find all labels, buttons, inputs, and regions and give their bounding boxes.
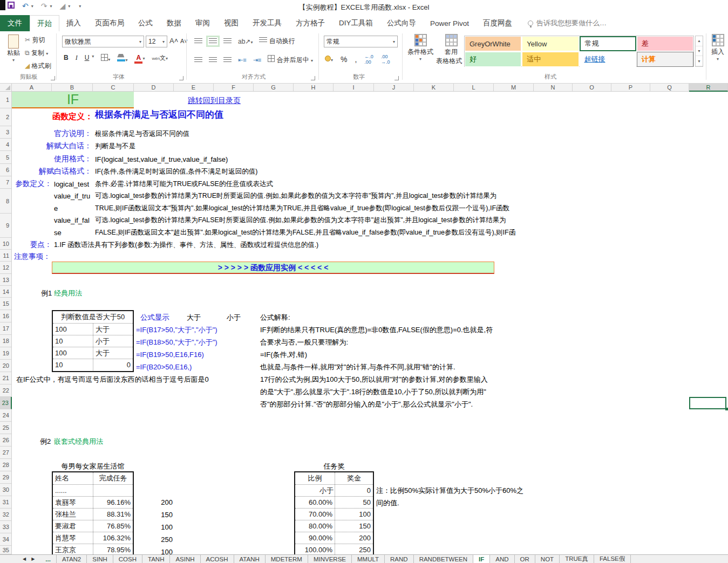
column-header-C[interactable]: C <box>93 84 134 92</box>
row-header-26[interactable]: 26 <box>0 434 12 447</box>
underline-dropdown-icon[interactable]: ▾ <box>92 54 94 59</box>
row-header-32[interactable]: 32 <box>0 509 12 521</box>
sheet-tab-atan2[interactable]: ATAN2 <box>57 555 87 563</box>
sheet-tab-if[interactable]: IF <box>473 555 490 563</box>
column-header-R[interactable]: R <box>689 84 728 92</box>
sheet-tab-false假[interactable]: FALSE假 <box>594 555 631 563</box>
row-header-12[interactable]: 12 <box>0 262 12 274</box>
format-as-table-button[interactable]: 套用 表格格式 ▾ <box>436 34 466 66</box>
wrap-text-button[interactable]: 自动换行 <box>259 37 295 46</box>
select-all-corner[interactable] <box>0 84 12 92</box>
column-header-J[interactable]: J <box>374 84 414 92</box>
align-middle-button[interactable] <box>209 38 217 44</box>
conditional-formatting-button[interactable]: 条件格式 ▾ <box>406 34 435 61</box>
paste-button[interactable]: 粘贴 ▾ <box>4 35 23 63</box>
row-header-8[interactable]: 8 <box>0 189 12 214</box>
column-header-B[interactable]: B <box>52 84 93 92</box>
row-header-34[interactable]: 34 <box>0 533 12 546</box>
sheet-tab-tanh[interactable]: TANH <box>142 555 170 563</box>
row-header-17[interactable]: 17 <box>0 322 12 335</box>
column-header-O[interactable]: O <box>573 84 611 92</box>
tab-insert[interactable]: 插入 <box>59 15 88 31</box>
column-header-H[interactable]: H <box>294 84 334 92</box>
format-painter-button[interactable]: ◢ 格式刷 <box>25 61 51 71</box>
row-header-30[interactable]: 30 <box>0 484 12 496</box>
row-header-23[interactable]: 23 <box>0 397 12 409</box>
style-good[interactable]: 好 <box>465 52 521 67</box>
tab-page-layout[interactable]: 页面布局 <box>88 15 131 31</box>
cut-button[interactable]: ✂ 剪切 <box>25 36 51 45</box>
row-header-7[interactable]: 7 <box>0 176 12 189</box>
row-header-3[interactable]: 3 <box>0 126 12 139</box>
cell-a1-function-name[interactable]: IF <box>12 92 134 108</box>
row-header-16[interactable]: 16 <box>0 310 12 322</box>
column-header-K[interactable]: K <box>414 84 454 92</box>
sheet-tab-sinh[interactable]: SINH <box>87 555 113 563</box>
sheet-tab-rand[interactable]: RAND <box>385 555 414 563</box>
column-header-D[interactable]: D <box>134 84 174 92</box>
copy-button[interactable]: ⧉ 复制 ▾ <box>25 49 51 58</box>
fill-handle[interactable] <box>725 408 728 410</box>
row-header-2[interactable]: 2 <box>0 108 12 126</box>
tell-me-box[interactable]: 告诉我您想要做什么… <box>519 15 607 31</box>
tab-home[interactable]: 开始 <box>30 15 59 31</box>
style-bad[interactable]: 差 <box>637 36 693 51</box>
tab-formula-wizard[interactable]: 公式向导 <box>380 15 423 31</box>
column-header-M[interactable]: M <box>494 84 534 92</box>
merge-center-button[interactable]: 合并后居中 ▾ <box>268 55 313 65</box>
bonus-cell[interactable]: 250 <box>135 534 173 545</box>
row-header-33[interactable]: 33 <box>0 521 12 533</box>
align-right-button[interactable] <box>223 57 232 63</box>
gallery-more-icon[interactable]: ▼ <box>696 56 703 66</box>
formula-cell[interactable]: =IF(B20>50,E16,) <box>136 362 192 372</box>
style-greyorwhite[interactable]: GreyOrWhite <box>465 36 521 51</box>
sheet-tab-randbetween[interactable]: RANDBETWEEN <box>414 555 473 563</box>
col-header-greater[interactable]: 大于 <box>174 312 214 322</box>
tab-formulas[interactable]: 公式 <box>131 15 160 31</box>
sheet-tab-mmult[interactable]: MMULT <box>352 555 385 563</box>
sheet-nav-left-icon[interactable]: ◀ <box>23 557 26 561</box>
row-header-13[interactable]: 13 <box>0 274 12 286</box>
fill-color-button[interactable]: ▾ <box>117 54 127 63</box>
phonetic-guide-button[interactable]: wén文▾ <box>152 54 168 62</box>
bold-button[interactable]: B <box>64 54 69 61</box>
clipboard-dialog-launcher[interactable] <box>51 76 55 80</box>
sheet-tab-...[interactable]: ... <box>40 555 57 563</box>
row-header-28[interactable]: 28 <box>0 459 12 471</box>
gallery-scroll-up-icon[interactable]: ▲ <box>696 36 703 46</box>
formula-cell[interactable]: =IF(B19>50,E16,F16) <box>136 349 204 360</box>
font-dialog-launcher[interactable] <box>179 76 183 80</box>
sheet-tab-not[interactable]: NOT <box>535 555 560 563</box>
alignment-dialog-launcher[interactable] <box>311 76 315 80</box>
selected-cell-r23[interactable] <box>689 397 726 409</box>
row-header-18[interactable]: 18 <box>0 335 12 347</box>
insert-cells-button[interactable]: 插入 ▾ <box>709 34 726 61</box>
back-to-index-link[interactable]: 跳转回到目录页 <box>174 95 255 106</box>
bonus-cell[interactable]: 150 <box>135 510 173 520</box>
decrease-indent-button[interactable]: ⇤≡ <box>238 57 247 64</box>
paste-dropdown-icon[interactable]: ▾ <box>4 58 23 63</box>
grow-font-button[interactable]: A˄ <box>169 37 178 45</box>
borders-button[interactable]: ▾ <box>101 54 110 63</box>
style-normal[interactable]: 常规 <box>580 36 636 51</box>
formula-cell[interactable]: =IF(B17>50,"大于","小于") <box>136 325 217 335</box>
increase-decimal-button[interactable]: ←.0.00 <box>364 54 373 65</box>
row-header-5[interactable]: 5 <box>0 151 12 164</box>
style-yellow[interactable]: Yellow <box>522 36 579 51</box>
row-header-25[interactable]: 25 <box>0 422 12 434</box>
sheet-nav-right-icon[interactable]: ▶ <box>31 557 35 561</box>
col-header-less[interactable]: 小于 <box>214 312 254 322</box>
row-header-15[interactable]: 15 <box>0 298 12 310</box>
style-calculation[interactable]: 计算 <box>637 52 693 67</box>
tab-baidu-netdisk[interactable]: 百度网盘 <box>476 15 519 31</box>
number-format-combo[interactable]: 常规▾ <box>324 36 398 47</box>
percent-style-button[interactable]: % <box>341 55 347 64</box>
column-header-P[interactable]: P <box>611 84 650 92</box>
column-header-Q[interactable]: Q <box>650 84 689 92</box>
align-bottom-button[interactable] <box>223 38 232 44</box>
column-header-I[interactable]: I <box>334 84 374 92</box>
align-top-button[interactable] <box>194 38 202 44</box>
sheet-tab-cosh[interactable]: COSH <box>113 555 142 563</box>
row-header-9[interactable]: 9 <box>0 214 12 238</box>
row-header-14[interactable]: 14 <box>0 286 12 298</box>
